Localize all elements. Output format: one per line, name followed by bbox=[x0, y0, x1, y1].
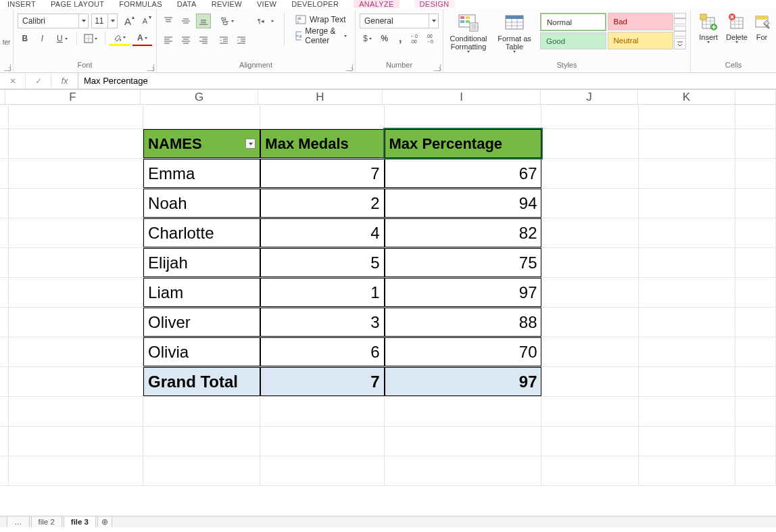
cell[interactable] bbox=[143, 397, 260, 426]
merge-center-button[interactable]: a Merge & Center bbox=[291, 28, 351, 43]
tab-view[interactable]: VIEW bbox=[257, 0, 276, 8]
style-scroll-down[interactable] bbox=[674, 26, 686, 37]
formula-cancel-button[interactable]: ✕ bbox=[0, 73, 26, 89]
pivot-name-cell[interactable]: Charlotte bbox=[143, 218, 260, 247]
cell[interactable] bbox=[0, 397, 9, 426]
style-bad[interactable]: Bad bbox=[608, 13, 674, 30]
cell[interactable] bbox=[735, 218, 776, 247]
delete-cells-button[interactable]: Delete bbox=[723, 12, 750, 53]
cell[interactable] bbox=[541, 189, 638, 218]
cell[interactable] bbox=[0, 248, 9, 277]
cell[interactable] bbox=[0, 105, 9, 128]
cell[interactable] bbox=[541, 308, 638, 337]
alignment-dialog-launcher[interactable] bbox=[346, 64, 353, 71]
insert-cells-button[interactable]: Insert bbox=[695, 12, 722, 53]
align-right-button[interactable] bbox=[196, 32, 211, 47]
cell[interactable] bbox=[639, 278, 735, 307]
cell[interactable] bbox=[0, 189, 9, 218]
sheet-tab-nav[interactable]: … bbox=[7, 516, 30, 527]
decrease-decimal-button[interactable]: .00→0 bbox=[426, 31, 439, 46]
pivot-percentage-cell[interactable]: 88 bbox=[385, 308, 542, 337]
col-header-h[interactable]: H bbox=[258, 90, 383, 104]
increase-indent-button[interactable] bbox=[234, 32, 249, 47]
formula-enter-button[interactable]: ✓ bbox=[26, 73, 51, 89]
col-header-j[interactable]: J bbox=[541, 90, 638, 104]
cell[interactable] bbox=[541, 456, 638, 485]
cell[interactable] bbox=[9, 278, 143, 307]
accounting-format-button[interactable]: $ bbox=[360, 31, 375, 46]
cell[interactable] bbox=[260, 427, 384, 456]
pivot-percentage-cell[interactable]: 67 bbox=[385, 159, 542, 188]
cell[interactable] bbox=[541, 367, 638, 396]
cell[interactable] bbox=[9, 248, 143, 277]
cell[interactable] bbox=[541, 105, 638, 128]
tab-analyze[interactable]: ANALYZE bbox=[354, 0, 399, 8]
cell[interactable] bbox=[9, 159, 143, 188]
pivot-name-cell[interactable]: Oliver bbox=[143, 308, 260, 337]
font-size-combo[interactable]: 11 bbox=[91, 14, 118, 28]
cell[interactable] bbox=[0, 367, 9, 396]
cell[interactable] bbox=[735, 278, 776, 307]
pivot-medals-cell[interactable]: 4 bbox=[260, 218, 384, 247]
format-cells-button[interactable]: For bbox=[752, 12, 772, 53]
font-name-dropdown-icon[interactable] bbox=[78, 14, 88, 28]
formula-input[interactable] bbox=[78, 73, 776, 89]
cell[interactable] bbox=[260, 105, 384, 128]
align-top-button[interactable] bbox=[161, 14, 176, 28]
decrease-indent-button[interactable] bbox=[216, 32, 231, 47]
pivot-header-percentage[interactable]: Max Percentage bbox=[385, 129, 542, 158]
cell[interactable] bbox=[735, 159, 776, 188]
cell[interactable] bbox=[9, 456, 143, 485]
underline-button[interactable]: U bbox=[52, 31, 72, 46]
cell[interactable] bbox=[735, 337, 776, 366]
cell[interactable] bbox=[639, 189, 735, 218]
pivot-percentage-cell[interactable]: 70 bbox=[385, 337, 542, 366]
format-as-table-button[interactable]: Format as Table bbox=[493, 12, 535, 53]
pivot-percentage-cell[interactable]: 82 bbox=[385, 218, 542, 247]
text-direction-button[interactable]: ¶◂ bbox=[254, 14, 277, 28]
cell[interactable] bbox=[541, 397, 638, 426]
pivot-medals-cell[interactable]: 2 bbox=[260, 189, 384, 218]
cell[interactable] bbox=[639, 129, 735, 158]
number-format-dropdown-icon[interactable] bbox=[429, 14, 438, 28]
new-sheet-button[interactable]: ⊕ bbox=[97, 516, 112, 527]
percent-style-button[interactable]: % bbox=[378, 31, 391, 46]
cell[interactable] bbox=[9, 397, 143, 426]
col-header-k[interactable]: K bbox=[638, 90, 735, 104]
pivot-medals-cell[interactable]: 5 bbox=[260, 248, 384, 277]
cell[interactable] bbox=[9, 189, 143, 218]
cell[interactable] bbox=[0, 278, 9, 307]
cell[interactable] bbox=[735, 189, 776, 218]
pivot-name-cell[interactable]: Olivia bbox=[143, 337, 260, 366]
pivot-percentage-cell[interactable]: 75 bbox=[385, 248, 542, 277]
cell[interactable] bbox=[639, 337, 735, 366]
tab-design[interactable]: DESIGN bbox=[414, 0, 455, 8]
align-bottom-button[interactable] bbox=[196, 14, 211, 28]
fill-color-button[interactable] bbox=[110, 31, 129, 46]
pivot-medals-cell[interactable]: 3 bbox=[260, 308, 384, 337]
style-gallery-expand[interactable] bbox=[674, 38, 686, 49]
cell[interactable] bbox=[0, 308, 9, 337]
cell[interactable] bbox=[735, 248, 776, 277]
cell[interactable] bbox=[541, 278, 638, 307]
cell[interactable] bbox=[639, 248, 735, 277]
col-header[interactable] bbox=[735, 90, 776, 104]
cell[interactable] bbox=[385, 456, 542, 485]
cell[interactable] bbox=[385, 427, 542, 456]
cell[interactable] bbox=[0, 218, 9, 247]
cell[interactable] bbox=[9, 105, 143, 128]
cell[interactable] bbox=[0, 337, 9, 366]
pivot-total-percentage[interactable]: 97 bbox=[385, 367, 542, 396]
cell[interactable] bbox=[260, 456, 384, 485]
style-good[interactable]: Good bbox=[540, 32, 606, 49]
pivot-header-names[interactable]: NAMES bbox=[143, 129, 260, 158]
italic-button[interactable]: I bbox=[35, 31, 50, 46]
pivot-medals-cell[interactable]: 1 bbox=[260, 278, 384, 307]
tab-review[interactable]: REVIEW bbox=[212, 0, 242, 8]
borders-button[interactable] bbox=[81, 31, 101, 46]
comma-style-button[interactable]: , bbox=[394, 31, 407, 46]
style-scroll-up[interactable] bbox=[674, 13, 686, 24]
cell[interactable] bbox=[541, 248, 638, 277]
align-center-button[interactable] bbox=[178, 32, 193, 47]
cell[interactable] bbox=[735, 367, 776, 396]
